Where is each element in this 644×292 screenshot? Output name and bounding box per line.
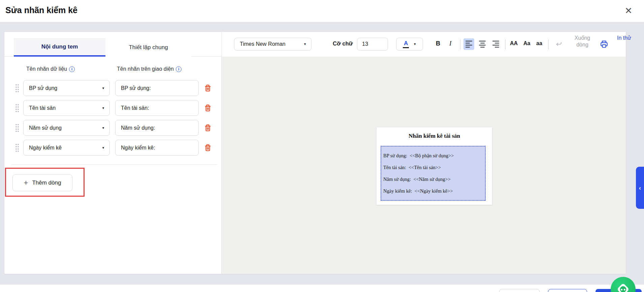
align-left-icon <box>465 41 472 47</box>
font-size-input[interactable] <box>357 38 388 51</box>
red-highlight-box: + Thêm dòng <box>5 168 85 197</box>
data-label-header: Tên nhãn dữ liệu <box>26 66 67 72</box>
delete-row-button[interactable] <box>203 143 212 152</box>
label-preview-card[interactable]: Nhãn kiểm kê tài sản BP sử dụng: <<Bộ ph… <box>377 127 492 205</box>
display-label-input[interactable]: Năm sử dụng: <box>115 120 199 136</box>
bold-button[interactable]: B <box>436 40 440 47</box>
chevron-down-icon: ▼ <box>102 87 105 90</box>
modal-header: Sửa nhãn kiểm kê ✕ <box>0 0 644 22</box>
tab-bar: Nội dung tem Thiết lập chung <box>4 38 221 57</box>
chevron-down-icon: ▼ <box>413 42 416 46</box>
info-icon[interactable]: i <box>69 66 75 72</box>
line-break-label[interactable]: Xuống dòng <box>571 35 594 48</box>
print-test-button[interactable]: In thử <box>616 35 632 41</box>
align-left-button[interactable] <box>463 38 474 50</box>
align-right-icon <box>492 41 499 47</box>
printer-icon[interactable] <box>600 40 609 50</box>
delete-row-button[interactable] <box>203 104 212 112</box>
lowercase-button[interactable]: aa <box>536 40 542 46</box>
toolbar-separator <box>548 39 549 50</box>
modal-footer <box>0 285 644 292</box>
drag-handle-icon[interactable] <box>15 103 19 113</box>
field-rows: BP sử dụng ▼ BP sử dụng: Tên <box>4 80 221 165</box>
editor-panel: Times New Roman ▼ Cỡ chữ A ▼ B I <box>222 32 626 274</box>
close-icon[interactable]: ✕ <box>622 5 635 17</box>
drag-handle-icon[interactable] <box>15 143 19 153</box>
chat-smiley-icon <box>616 282 631 292</box>
font-family-select[interactable]: Times New Roman ▼ <box>234 38 312 51</box>
capitalize-button[interactable]: Aa <box>523 40 530 46</box>
section-divider <box>11 164 217 165</box>
line-break-icon[interactable] <box>554 40 563 50</box>
tab-noi-dung-tem[interactable]: Nội dung tem <box>14 38 105 57</box>
chevron-down-icon: ▼ <box>102 106 105 110</box>
modal-body: Nội dung tem Thiết lập chung Tên nhãn dữ… <box>0 22 644 285</box>
font-color-button[interactable]: A ▼ <box>396 38 423 51</box>
info-icon[interactable]: i <box>176 66 182 72</box>
chevron-down-icon: ▼ <box>303 42 307 46</box>
chevron-down-icon: ▼ <box>102 126 105 130</box>
data-field-select[interactable]: Năm sử dụng ▼ <box>23 120 110 136</box>
table-row: Ngày kiểm kê ▼ Ngày kiểm kê: <box>4 140 221 156</box>
data-field-select[interactable]: Ngày kiểm kê ▼ <box>23 140 110 156</box>
column-headers: Tên nhãn dữ liệu i Tên nhãn trên giao di… <box>4 66 221 72</box>
delete-row-button[interactable] <box>203 124 212 132</box>
side-drawer-toggle[interactable]: ‹ <box>636 167 644 209</box>
display-label-input[interactable]: Tên tài sản: <box>115 100 199 116</box>
table-row: Năm sử dụng ▼ Năm sử dụng: <box>4 120 221 136</box>
align-right-button[interactable] <box>490 38 501 50</box>
label-line: BP sử dụng: <<Bộ phận sử dụng>> <box>383 150 483 162</box>
drag-handle-icon[interactable] <box>15 84 19 93</box>
display-label-input[interactable]: Ngày kiểm kê: <box>115 140 199 156</box>
label-line: Tên tài sản: <<Tên tài sản>> <box>383 162 483 173</box>
italic-button[interactable]: I <box>449 40 451 47</box>
delete-row-button[interactable] <box>203 84 212 93</box>
left-panel: Nội dung tem Thiết lập chung Tên nhãn dữ… <box>4 32 222 274</box>
align-center-icon <box>479 41 486 47</box>
display-label-input[interactable]: BP sử dụng: <box>115 80 199 96</box>
tab-thiet-lap-chung[interactable]: Thiết lập chung <box>105 38 191 57</box>
ui-label-header: Tên nhãn trên giao diện <box>117 66 174 72</box>
format-toolbar: Times New Roman ▼ Cỡ chữ A ▼ B I <box>222 32 626 57</box>
label-preview-title: Nhãn kiểm kê tài sản <box>377 133 492 139</box>
footer-button-secondary[interactable] <box>499 289 540 292</box>
drag-handle-icon[interactable] <box>15 123 19 133</box>
align-center-button[interactable] <box>477 38 488 50</box>
data-field-select[interactable]: Tên tài sản ▼ <box>23 100 110 116</box>
data-field-select[interactable]: BP sử dụng ▼ <box>23 80 110 96</box>
label-selection-region[interactable]: BP sử dụng: <<Bộ phận sử dụng>> Tên tài … <box>381 146 486 201</box>
chevron-left-icon: ‹ <box>639 185 641 191</box>
chevron-down-icon: ▼ <box>102 146 105 150</box>
uppercase-button[interactable]: AA <box>510 40 518 46</box>
add-row-button[interactable]: + Thêm dòng <box>12 174 72 191</box>
edit-inventory-label-modal: Sửa nhãn kiểm kê ✕ Nội dung tem Thiết lậ… <box>0 0 644 292</box>
toolbar-separator <box>505 39 506 50</box>
page-title: Sửa nhãn kiểm kê <box>5 5 77 15</box>
content-card: Nội dung tem Thiết lập chung Tên nhãn dữ… <box>4 32 626 274</box>
table-row: BP sử dụng ▼ BP sử dụng: <box>4 80 221 96</box>
plus-icon: + <box>24 179 28 187</box>
font-size-label: Cỡ chữ <box>333 40 353 47</box>
table-row: Tên tài sản ▼ Tên tài sản: <box>4 100 221 116</box>
footer-button-outline[interactable] <box>548 289 587 292</box>
label-line: Ngày kiểm kê: <<Ngày kiểm kê>> <box>383 185 483 197</box>
label-line: Năm sử dụng: <<Năm sử dụng>> <box>383 173 483 185</box>
toolbar-separator <box>460 39 460 50</box>
preview-canvas: Nhãn kiểm kê tài sản BP sử dụng: <<Bộ ph… <box>222 57 626 274</box>
